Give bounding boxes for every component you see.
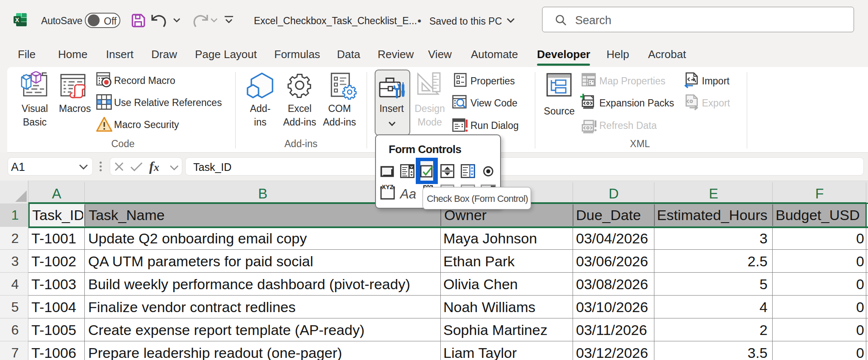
svg-text:XYZ: XYZ	[382, 184, 394, 190]
svg-text:X: X	[15, 17, 19, 23]
